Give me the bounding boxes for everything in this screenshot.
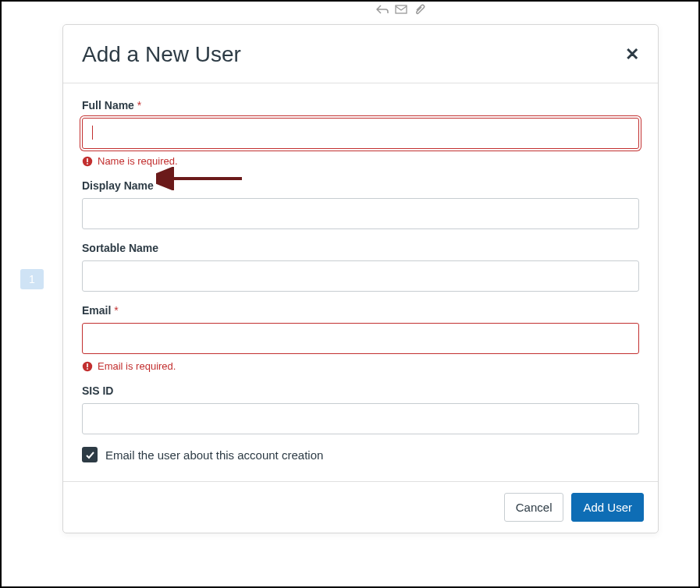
email-error: Email is required. [82,360,639,372]
email-input[interactable] [82,323,639,354]
full-name-label: Full Name * [82,99,639,112]
email-notify-row: Email the user about this account creati… [82,447,639,462]
svg-rect-3 [87,163,88,165]
display-name-input[interactable] [82,198,639,229]
full-name-input[interactable] [82,118,639,149]
full-name-group: Full Name * Name is required. [82,99,639,167]
required-asterisk: * [137,99,141,112]
add-user-modal: Add a New User ✕ Full Name * Name is req… [62,24,659,533]
close-button[interactable]: ✕ [625,46,639,63]
error-text: Email is required. [98,360,176,372]
svg-rect-0 [396,5,407,13]
svg-rect-2 [87,158,88,162]
attachment-icon [414,4,426,15]
modal-title: Add a New User [82,42,241,67]
page-number: 1 [29,273,35,285]
display-name-label: Display Name [82,179,639,192]
email-notify-checkbox[interactable] [82,447,98,462]
modal-footer: Cancel Add User [63,481,658,533]
checkmark-icon [85,450,95,460]
reply-icon [376,4,389,15]
sis-id-label: SIS ID [82,384,639,397]
error-text: Name is required. [98,155,178,167]
cancel-button[interactable]: Cancel [504,493,564,522]
text-cursor [92,126,93,140]
full-name-error: Name is required. [82,155,639,167]
mail-icon [395,4,407,15]
modal-body: Full Name * Name is required. Display Na… [63,83,658,481]
required-asterisk: * [114,304,118,317]
error-icon [82,361,93,372]
svg-rect-5 [87,363,88,367]
sortable-name-group: Sortable Name [82,242,639,292]
sortable-name-label: Sortable Name [82,242,639,254]
add-user-button[interactable]: Add User [571,493,644,522]
svg-rect-6 [87,368,88,370]
email-group: Email * Email is required. [82,304,639,372]
background-toolbar-icons [376,4,426,15]
email-notify-label: Email the user about this account creati… [105,448,323,462]
display-name-group: Display Name [82,179,639,229]
sortable-name-input[interactable] [82,260,639,292]
page-number-badge: 1 [20,269,44,289]
modal-header: Add a New User ✕ [63,25,658,83]
sis-id-input[interactable] [82,403,639,434]
email-label: Email * [82,304,639,317]
sis-id-group: SIS ID [82,384,639,434]
error-icon [82,156,93,167]
